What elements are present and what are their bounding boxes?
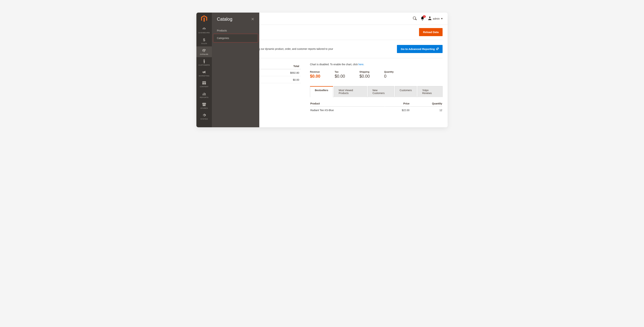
bestsellers-table: Product Price Quantity Radiant Tee-XS-Bl… (310, 100, 442, 114)
flyout-item-products[interactable]: Products (214, 27, 258, 34)
reload-data-button[interactable]: Reload Data (419, 28, 442, 36)
bars-icon (202, 92, 206, 96)
advanced-reporting-button[interactable]: Go to Advanced Reporting (397, 45, 442, 53)
dashboard-tabs: Bestsellers Most Viewed Products New Cus… (310, 86, 442, 97)
nav-label: SALES (201, 43, 207, 44)
nav-label: DASHBOARD (198, 32, 210, 34)
metric-quantity: Quantity0 (384, 71, 394, 79)
gauge-icon (202, 27, 206, 31)
tab-customers[interactable]: Customers (395, 86, 417, 97)
tab-yotpo[interactable]: Yotpo Reviews (418, 86, 442, 97)
magento-logo[interactable] (196, 13, 212, 25)
user-icon (428, 17, 432, 21)
metric-shipping: Shipping$0.00 (360, 71, 370, 79)
nav-content[interactable]: CONTENT (196, 79, 212, 90)
username: admin (433, 17, 440, 20)
metric-tax: Tax$0.00 (335, 71, 345, 79)
nav-label: SYSTEM (200, 118, 208, 120)
nav-stores[interactable]: STORES (196, 100, 212, 111)
dollar-icon: $ (203, 38, 206, 42)
megaphone-icon (202, 70, 206, 74)
gear-icon (202, 113, 206, 117)
close-icon[interactable]: ✕ (251, 17, 254, 22)
search-icon[interactable] (413, 16, 417, 21)
chart-disabled-notice: Chart is disabled. To enable the chart, … (310, 63, 442, 66)
nav-reports[interactable]: REPORTS (196, 90, 212, 100)
app-shell: DASHBOARD $SALES CATALOG CUSTOMERS MARKE… (196, 13, 448, 127)
col-quantity: Quantity (410, 101, 442, 107)
tab-most-viewed[interactable]: Most Viewed Products (334, 86, 367, 97)
nav-label: MARKETING (199, 75, 209, 77)
flyout-item-categories[interactable]: Categories (214, 34, 258, 42)
chevron-down-icon: ▾ (441, 17, 442, 20)
nav-dashboard[interactable]: DASHBOARD (196, 25, 212, 36)
notification-badge: 1 (423, 15, 426, 18)
nav-label: REPORTS (200, 96, 208, 98)
sidebar: DASHBOARD $SALES CATALOG CUSTOMERS MARKE… (196, 13, 212, 127)
catalog-flyout: Catalog ✕ Products Categories (212, 13, 259, 127)
nav-catalog[interactable]: CATALOG (196, 46, 212, 57)
bell-icon (421, 18, 424, 21)
magento-logo-icon (201, 15, 207, 22)
col-product: Product (310, 101, 385, 107)
notifications[interactable]: 1 (421, 16, 424, 21)
external-link-icon (436, 48, 438, 51)
flyout-title: Catalog (217, 17, 232, 22)
svg-text:$: $ (203, 38, 205, 42)
enable-chart-link[interactable]: here (358, 63, 364, 66)
nav-customers[interactable]: CUSTOMERS (196, 57, 212, 68)
person-icon (203, 59, 206, 63)
nav-label: CATALOG (200, 53, 208, 55)
col-price: Price (385, 101, 410, 107)
tab-new-customers[interactable]: New Customers (368, 86, 394, 97)
button-label: Go to Advanced Reporting (401, 48, 435, 51)
box-icon (202, 49, 206, 53)
metrics-row: Revenue$0.00 Tax$0.00 Shipping$0.00 Quan… (310, 71, 442, 79)
metric-revenue: Revenue$0.00 (310, 71, 320, 79)
nav-label: CONTENT (200, 86, 208, 88)
tab-bestsellers[interactable]: Bestsellers (310, 86, 333, 97)
store-icon (202, 103, 206, 106)
nav-label: STORES (200, 107, 208, 109)
user-menu[interactable]: admin ▾ (428, 17, 442, 21)
nav-sales[interactable]: $SALES (196, 36, 212, 46)
layout-icon (202, 81, 206, 85)
table-row[interactable]: Radiant Tee-XS-Blue $22.00 12 (310, 107, 442, 113)
nav-system[interactable]: SYSTEM (196, 111, 212, 122)
nav-marketing[interactable]: MARKETING (196, 68, 212, 79)
nav-label: CUSTOMERS (198, 64, 210, 66)
col-total: Total (254, 63, 301, 69)
